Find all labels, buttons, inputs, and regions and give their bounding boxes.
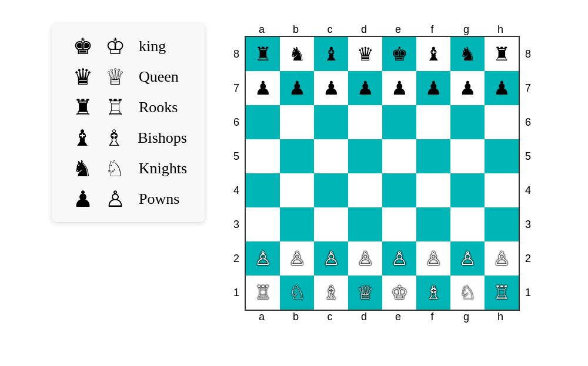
piece-white-1-2: ♗ <box>323 283 340 302</box>
cell-e2: ♙ <box>382 241 416 276</box>
cell-c2: ♙ <box>314 241 348 276</box>
piece-white-2-3: ♙ <box>357 249 374 268</box>
cell-d6 <box>348 105 382 139</box>
board-with-ranks: 87654321 ♜♞♝♛♚♝♞♜♟♟♟♟♟♟♟♟♙♙♙♙♙♙♙♙♖♘♗♕♔♗♘… <box>228 36 536 311</box>
cell-g1: ♘ <box>450 276 485 310</box>
cell-f7: ♟ <box>416 71 450 105</box>
cell-a7: ♟ <box>246 71 280 105</box>
piece-white-1-3: ♕ <box>357 283 374 302</box>
cell-f4 <box>416 173 450 207</box>
cell-c8: ♝ <box>314 37 348 71</box>
cell-d5 <box>348 139 382 173</box>
legend-row-knight: ♞♘Knights <box>69 157 187 180</box>
cell-h7: ♟ <box>485 71 519 105</box>
rank-label-6: 6 <box>520 105 536 139</box>
queen-black-icon: ♛ <box>69 66 96 88</box>
col-label-g: g <box>449 311 483 323</box>
cell-b4 <box>280 173 314 207</box>
legend-row-pawn: ♟♙Powns <box>69 188 187 210</box>
queen-white-icon: ♕ <box>102 66 128 88</box>
cell-e4 <box>382 173 416 207</box>
rank-label-8: 8 <box>520 37 536 71</box>
king-label: king <box>139 38 166 55</box>
cell-b8: ♞ <box>280 37 314 71</box>
cell-g8: ♞ <box>450 37 485 71</box>
cell-c3 <box>314 207 348 241</box>
piece-black-7-7: ♟ <box>493 79 510 98</box>
cell-e8: ♚ <box>382 37 416 71</box>
cell-g2: ♙ <box>450 241 485 276</box>
cell-f6 <box>416 105 450 139</box>
cell-f1: ♗ <box>416 276 450 310</box>
board-container: abcdefgh 87654321 ♜♞♝♛♚♝♞♜♟♟♟♟♟♟♟♟♙♙♙♙♙♙… <box>228 23 536 323</box>
legend-row-queen: ♛♕Queen <box>69 66 187 88</box>
col-label-h: h <box>483 23 517 36</box>
piece-black-7-0: ♟ <box>255 79 272 98</box>
cell-c1: ♗ <box>314 276 348 310</box>
piece-white-2-1: ♙ <box>289 249 306 268</box>
king-black-icon: ♚ <box>69 35 96 58</box>
piece-black-8-3: ♛ <box>357 45 374 63</box>
piece-black-8-0: ♜ <box>255 45 272 63</box>
rank-label-3: 3 <box>228 207 245 241</box>
cell-d4 <box>348 173 382 207</box>
cell-f2: ♙ <box>416 241 450 276</box>
piece-black-7-4: ♟ <box>391 79 408 98</box>
col-label-d: d <box>347 311 381 323</box>
rank-label-5: 5 <box>520 139 536 173</box>
rank-label-4: 4 <box>228 173 245 207</box>
piece-white-1-4: ♔ <box>391 283 408 302</box>
rank-label-6: 6 <box>228 105 245 139</box>
piece-black-8-7: ♜ <box>493 45 510 63</box>
rook-label: Rooks <box>139 99 178 116</box>
cell-e3 <box>382 207 416 241</box>
rank-labels-left: 87654321 <box>228 37 245 310</box>
cell-h5 <box>485 139 519 173</box>
cell-a6 <box>246 105 280 139</box>
piece-black-7-2: ♟ <box>323 79 340 98</box>
piece-black-7-1: ♟ <box>289 79 306 98</box>
rank-label-4: 4 <box>520 173 536 207</box>
col-labels-bottom: abcdefgh <box>245 311 536 323</box>
col-label-d: d <box>347 23 381 36</box>
col-labels-top: abcdefgh <box>245 23 536 36</box>
piece-white-1-5: ♗ <box>425 283 442 302</box>
cell-h3 <box>485 207 519 241</box>
cell-d3 <box>348 207 382 241</box>
piece-black-8-6: ♞ <box>459 45 476 63</box>
cell-d8: ♛ <box>348 37 382 71</box>
main-content: ♚♔king♛♕Queen♜♖Rooks♝♗Bishops♞♘Knights♟♙… <box>52 23 536 323</box>
board-wrapper: abcdefgh 87654321 ♜♞♝♛♚♝♞♜♟♟♟♟♟♟♟♟♙♙♙♙♙♙… <box>228 23 536 323</box>
col-label-h: h <box>483 311 517 323</box>
col-label-e: e <box>381 311 415 323</box>
col-label-f: f <box>415 23 449 36</box>
bishop-black-icon: ♝ <box>69 127 95 149</box>
cell-b3 <box>280 207 314 241</box>
cell-a3 <box>246 207 280 241</box>
rank-labels-right: 87654321 <box>520 37 536 310</box>
piece-white-2-5: ♙ <box>425 249 442 268</box>
cell-e1: ♔ <box>382 276 416 310</box>
chess-board: ♜♞♝♛♚♝♞♜♟♟♟♟♟♟♟♟♙♙♙♙♙♙♙♙♖♘♗♕♔♗♘♖ <box>245 36 520 311</box>
cell-g7: ♟ <box>450 71 485 105</box>
cell-g6 <box>450 105 485 139</box>
cell-b6 <box>280 105 314 139</box>
pawn-black-icon: ♟ <box>69 188 96 210</box>
piece-white-2-0: ♙ <box>255 249 272 268</box>
col-label-g: g <box>449 23 483 36</box>
knight-black-icon: ♞ <box>69 157 96 180</box>
piece-black-7-5: ♟ <box>425 79 442 98</box>
piece-black-8-2: ♝ <box>323 45 340 63</box>
bishop-label: Bishops <box>138 129 187 147</box>
legend-card: ♚♔king♛♕Queen♜♖Rooks♝♗Bishops♞♘Knights♟♙… <box>52 23 205 222</box>
piece-white-1-0: ♖ <box>255 283 272 302</box>
col-label-c: c <box>313 311 347 323</box>
cell-h2: ♙ <box>485 241 519 276</box>
cell-c4 <box>314 173 348 207</box>
piece-white-1-6: ♘ <box>459 283 476 302</box>
cell-f3 <box>416 207 450 241</box>
cell-a8: ♜ <box>246 37 280 71</box>
col-label-b: b <box>279 311 313 323</box>
piece-black-8-1: ♞ <box>289 45 306 63</box>
cell-a2: ♙ <box>246 241 280 276</box>
